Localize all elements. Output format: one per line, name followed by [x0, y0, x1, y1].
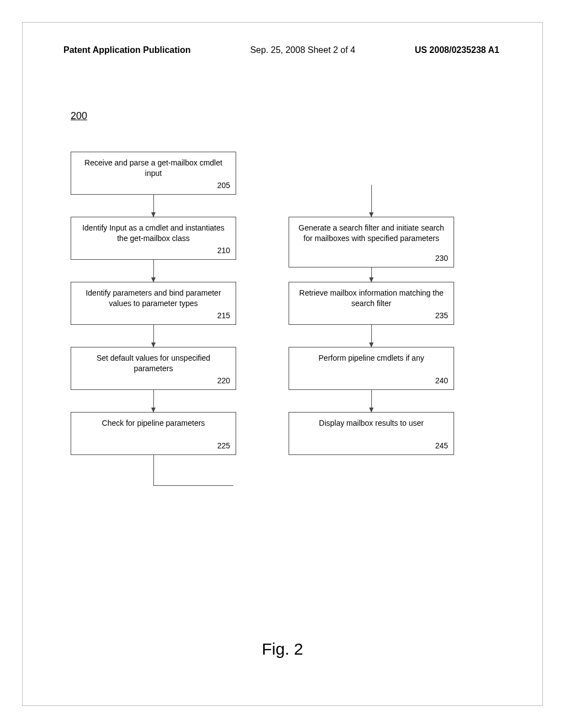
flow-box-230-text: Generate a search filter and initiate se… [299, 223, 444, 243]
flow-box-235-num: 235 [435, 311, 448, 321]
arrow-220-225 [153, 390, 154, 412]
figure-caption: Fig. 2 [0, 640, 565, 659]
header-right: US 2008/0235238 A1 [415, 45, 499, 55]
flow-box-215-text: Identify parameters and bind parameter v… [86, 288, 221, 308]
flow-box-205: Receive and parse a get-mailbox cmdlet i… [71, 152, 236, 195]
flow-box-225-text: Check for pipeline parameters [102, 419, 205, 427]
flow-box-245: Display mailbox results to user 245 [289, 412, 454, 455]
arrow-into-230 [371, 185, 372, 217]
flow-box-210-text: Identify Input as a cmdlet and instantia… [82, 223, 225, 243]
flow-box-240: Perform pipeline cmdlets if any 240 [289, 347, 454, 390]
arrow-210-215 [153, 260, 154, 282]
flow-box-230: Generate a search filter and initiate se… [289, 217, 454, 267]
flow-box-215: Identify parameters and bind parameter v… [71, 282, 236, 325]
flow-box-210-num: 210 [217, 245, 230, 256]
header-left: Patent Application Publication [63, 45, 191, 55]
flow-box-230-num: 230 [435, 253, 448, 264]
flow-box-220-num: 220 [217, 376, 230, 386]
continuation-line-down [153, 455, 154, 485]
flow-box-235: Retrieve mailbox information matching th… [289, 282, 454, 325]
flow-box-220: Set default values for unspecified param… [71, 347, 236, 390]
arrow-205-210 [153, 195, 154, 217]
flow-box-215-num: 215 [217, 311, 230, 321]
flow-box-240-text: Perform pipeline cmdlets if any [318, 354, 424, 362]
arrow-235-240 [371, 325, 372, 347]
arrow-230-235 [371, 267, 372, 282]
flow-box-245-text: Display mailbox results to user [319, 419, 424, 427]
flow-box-240-num: 240 [435, 376, 448, 386]
figure-reference-number: 200 [71, 110, 87, 122]
flow-box-205-text: Receive and parse a get-mailbox cmdlet i… [84, 158, 222, 178]
continuation-horizontal [153, 485, 233, 486]
arrow-240-245 [371, 390, 372, 412]
flowchart: Receive and parse a get-mailbox cmdlet i… [71, 152, 490, 576]
header-mid: Sep. 25, 2008 Sheet 2 of 4 [250, 45, 355, 55]
flow-box-225-num: 225 [217, 441, 230, 451]
flow-box-235-text: Retrieve mailbox information matching th… [299, 288, 443, 308]
flow-box-225: Check for pipeline parameters 225 [71, 412, 236, 455]
flow-box-245-num: 245 [435, 441, 448, 451]
flow-box-220-text: Set default values for unspecified param… [97, 354, 210, 373]
flow-box-210: Identify Input as a cmdlet and instantia… [71, 217, 236, 260]
header-row: Patent Application Publication Sep. 25, … [63, 45, 499, 55]
arrow-215-220 [153, 325, 154, 347]
flow-box-205-num: 205 [217, 180, 230, 191]
